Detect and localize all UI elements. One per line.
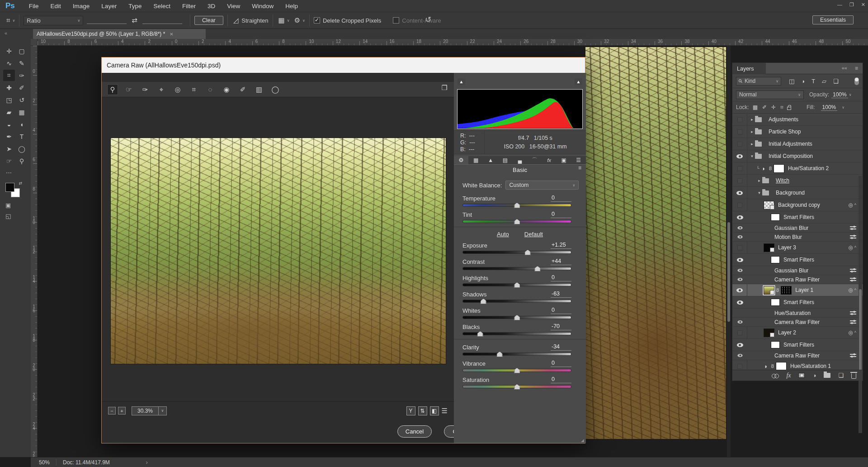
tab-split-toning[interactable]: ▄ <box>513 156 527 164</box>
smart-filter-row[interactable]: Camera Raw Filter <box>732 318 863 327</box>
slider-thumb[interactable] <box>514 219 520 224</box>
tab-detail[interactable]: ▲ <box>483 156 498 164</box>
smart-filter-row[interactable]: Smart Filters <box>732 339 863 351</box>
swap-dimensions-icon[interactable]: ⇄ <box>132 16 137 24</box>
tab-close-icon[interactable]: ✕ <box>170 32 173 37</box>
lock-transparency-icon[interactable]: ▦ <box>753 104 758 110</box>
preview-settings-icon[interactable]: ☰ <box>442 407 448 415</box>
saturation-value[interactable]: 0 <box>551 376 571 383</box>
link-icon[interactable] <box>772 374 778 377</box>
horizontal-ruler[interactable]: 1086420246810121416182022242628303234363… <box>38 39 868 46</box>
edit-toolbar-icon[interactable]: ⋯ <box>3 169 28 176</box>
marquee-tool[interactable]: ▢ <box>16 45 28 57</box>
history-brush-tool[interactable]: ↺ <box>16 94 28 105</box>
smart-filter-toggle[interactable]: ◎^ <box>848 287 856 293</box>
slider-thumb[interactable] <box>497 352 503 357</box>
menu-help[interactable]: Help <box>279 3 304 10</box>
menu-3d[interactable]: 3D <box>202 3 221 10</box>
lock-position-icon[interactable]: ✛ <box>771 104 776 110</box>
visibility-toggle[interactable] <box>732 162 747 174</box>
document-image[interactable] <box>585 47 726 439</box>
clear-button[interactable]: Clear <box>194 16 223 25</box>
visibility-toggle[interactable] <box>732 275 747 284</box>
visibility-toggle[interactable] <box>732 126 747 138</box>
filter-toggle-switch[interactable] <box>854 77 859 85</box>
clarity-track[interactable] <box>462 353 571 356</box>
lasso-tool[interactable]: ∿ <box>3 57 15 69</box>
filter-blending-options-icon[interactable] <box>850 234 856 239</box>
ellipse-tool[interactable]: ◯ <box>16 143 28 154</box>
crop-tool[interactable]: ⌗ <box>3 70 15 81</box>
highlights-track[interactable] <box>462 283 571 286</box>
shadow-clipping-icon[interactable]: ▲ <box>458 78 465 85</box>
hand-tool[interactable]: ☞ <box>3 155 15 167</box>
graduated-filter-tool[interactable]: ▥ <box>254 84 264 95</box>
collapse-icon[interactable]: ▾ <box>749 154 755 158</box>
whites-value[interactable]: 0 <box>551 307 571 314</box>
type-layer-filter-icon[interactable]: T <box>811 78 815 85</box>
targeted-adjustment-tool[interactable]: ◎ <box>172 84 183 95</box>
layer-group-row[interactable]: ▾Background <box>732 187 863 199</box>
tool-preset-dropdown-icon[interactable]: ∨ <box>12 19 15 23</box>
smart-filter-row[interactable]: Gaussian Blur <box>732 266 863 275</box>
layer-row[interactable]: Layer 2◎^ <box>732 327 863 339</box>
collapse-filters-icon[interactable]: ^ <box>854 245 856 250</box>
group-folder-icon[interactable] <box>824 373 830 378</box>
foreground-color-swatch[interactable] <box>5 183 14 192</box>
layer-group-row[interactable]: ▸Adjustments <box>732 114 863 126</box>
filter-blending-options-icon[interactable] <box>850 310 856 315</box>
exposure-value[interactable]: +1.25 <box>551 242 571 249</box>
visibility-toggle[interactable] <box>732 339 747 351</box>
fill-value[interactable]: 100% <box>821 104 838 111</box>
menu-window[interactable]: Window <box>246 3 279 10</box>
move-tool[interactable]: ✛ <box>3 45 15 57</box>
tab-hsl-grayscale[interactable]: ▤ <box>498 156 512 164</box>
visibility-toggle[interactable] <box>732 211 747 223</box>
lock-pixels-icon[interactable]: ✐ <box>762 104 767 110</box>
preview-toggle-button[interactable]: Y <box>406 406 415 415</box>
type-tool[interactable]: T <box>16 131 28 142</box>
clarity-value[interactable]: -34 <box>551 343 571 351</box>
smart-filter-row[interactable]: Camera Raw Filter <box>732 351 863 360</box>
temperature-track[interactable] <box>462 204 571 207</box>
layer-mask-thumbnail[interactable] <box>781 286 792 295</box>
radial-filter-tool[interactable]: ◯ <box>270 84 281 95</box>
tab-presets[interactable]: ☰ <box>571 156 586 164</box>
collapse-filters-icon[interactable]: ^ <box>854 288 856 292</box>
filter-blending-options-icon[interactable] <box>850 225 856 230</box>
collapse-filters-icon[interactable]: ^ <box>854 203 856 207</box>
crop-overlay-icon[interactable]: ▦ <box>278 16 285 24</box>
before-after-side-icon[interactable]: ◧ <box>430 406 439 415</box>
shadows-value[interactable]: -63 <box>551 291 571 298</box>
default-link[interactable]: Default <box>524 231 543 238</box>
layer-thumbnail[interactable] <box>764 243 774 252</box>
clone-stamp-tool[interactable]: ◳ <box>3 94 15 105</box>
document-tab[interactable]: AllHallowsEve150dpi.psd @ 50% (Layer 1, … <box>33 29 206 39</box>
white-balance-tool[interactable]: ✑ <box>140 84 151 95</box>
cancel-button[interactable]: Cancel <box>397 425 432 438</box>
red-eye-tool[interactable]: ◉ <box>221 84 232 95</box>
crop-width-field[interactable] <box>87 17 127 24</box>
expand-icon[interactable]: ▸ <box>749 142 755 146</box>
close-button[interactable]: ✕ <box>861 2 865 8</box>
filter-blending-options-icon[interactable] <box>850 277 856 282</box>
smart-filter-row[interactable]: Smart Filters <box>732 296 863 309</box>
screen-mode-icon[interactable]: ◱ <box>5 213 11 219</box>
healing-brush-tool[interactable]: ✚ <box>3 82 15 93</box>
filter-mask-thumbnail[interactable] <box>771 256 780 263</box>
layer-row[interactable]: 8Layer 1◎^ <box>732 284 863 296</box>
slider-thumb[interactable] <box>477 331 483 337</box>
layer-thumbnail[interactable] <box>764 329 774 337</box>
visibility-toggle[interactable] <box>732 150 747 162</box>
layer-group-row[interactable]: ▸Particle Shop <box>732 126 863 138</box>
tab-camera-calibration[interactable]: ▣ <box>557 156 571 164</box>
menu-type[interactable]: Type <box>123 3 147 10</box>
adjustment-brush-tool[interactable]: ✐ <box>237 84 248 95</box>
expand-icon[interactable]: ▸ <box>749 129 755 134</box>
layer-row[interactable]: ◑8Hue/Saturation 1 <box>732 360 863 371</box>
visibility-toggle[interactable] <box>732 175 747 186</box>
blacks-track[interactable] <box>462 332 571 335</box>
expand-icon[interactable]: ▸ <box>749 117 755 122</box>
layer-thumbnail[interactable] <box>764 286 774 295</box>
smart-filter-row[interactable]: Smart Filters <box>732 254 863 266</box>
